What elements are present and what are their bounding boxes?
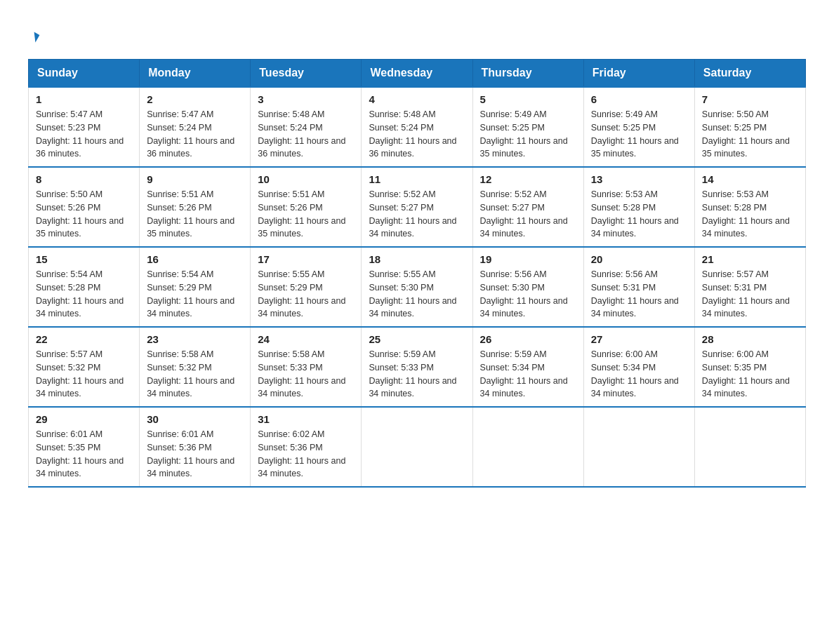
sunset-label: Sunset: 5:33 PM bbox=[258, 363, 322, 373]
daylight-label: Daylight: 11 hours and 34 minutes. bbox=[258, 456, 345, 479]
sunset-label: Sunset: 5:25 PM bbox=[480, 123, 545, 133]
column-header-monday: Monday bbox=[140, 60, 251, 88]
day-info: Sunrise: 6:01 AM Sunset: 5:36 PM Dayligh… bbox=[147, 428, 243, 481]
sunset-label: Sunset: 5:32 PM bbox=[36, 363, 100, 373]
day-number: 18 bbox=[369, 253, 465, 265]
calendar-week-row: 22 Sunrise: 5:57 AM Sunset: 5:32 PM Dayl… bbox=[29, 327, 806, 407]
sunset-label: Sunset: 5:25 PM bbox=[702, 123, 767, 133]
day-number: 6 bbox=[591, 93, 687, 105]
sunrise-label: Sunrise: 5:48 AM bbox=[369, 109, 435, 119]
day-info: Sunrise: 5:57 AM Sunset: 5:32 PM Dayligh… bbox=[36, 348, 132, 401]
day-number: 12 bbox=[480, 173, 576, 185]
day-number: 26 bbox=[480, 333, 576, 345]
daylight-label: Daylight: 11 hours and 36 minutes. bbox=[258, 136, 345, 159]
sunset-label: Sunset: 5:30 PM bbox=[480, 283, 545, 293]
column-header-wednesday: Wednesday bbox=[362, 60, 472, 88]
logo bbox=[28, 21, 38, 45]
calendar-day-cell: 16 Sunrise: 5:54 AM Sunset: 5:29 PM Dayl… bbox=[140, 247, 251, 327]
sunset-label: Sunset: 5:24 PM bbox=[258, 123, 322, 133]
page-header bbox=[28, 21, 806, 45]
calendar-day-cell bbox=[583, 407, 694, 487]
calendar-day-cell bbox=[362, 407, 472, 487]
calendar-day-cell: 20 Sunrise: 5:56 AM Sunset: 5:31 PM Dayl… bbox=[583, 247, 694, 327]
sunrise-label: Sunrise: 5:58 AM bbox=[147, 349, 213, 359]
day-info: Sunrise: 5:49 AM Sunset: 5:25 PM Dayligh… bbox=[480, 108, 576, 161]
daylight-label: Daylight: 11 hours and 34 minutes. bbox=[480, 216, 568, 239]
daylight-label: Daylight: 11 hours and 34 minutes. bbox=[258, 376, 345, 399]
sunset-label: Sunset: 5:31 PM bbox=[591, 283, 656, 293]
day-info: Sunrise: 5:47 AM Sunset: 5:23 PM Dayligh… bbox=[36, 108, 132, 161]
daylight-label: Daylight: 11 hours and 34 minutes. bbox=[702, 376, 790, 399]
daylight-label: Daylight: 11 hours and 34 minutes. bbox=[591, 216, 679, 239]
daylight-label: Daylight: 11 hours and 34 minutes. bbox=[369, 296, 456, 319]
daylight-label: Daylight: 11 hours and 34 minutes. bbox=[702, 296, 790, 319]
day-number: 28 bbox=[702, 333, 798, 345]
sunrise-label: Sunrise: 6:01 AM bbox=[36, 429, 102, 439]
daylight-label: Daylight: 11 hours and 34 minutes. bbox=[480, 376, 568, 399]
sunrise-label: Sunrise: 5:53 AM bbox=[591, 189, 658, 199]
sunrise-label: Sunrise: 5:57 AM bbox=[702, 269, 769, 279]
calendar-day-cell bbox=[472, 407, 583, 487]
daylight-label: Daylight: 11 hours and 34 minutes. bbox=[36, 376, 124, 399]
calendar-day-cell: 9 Sunrise: 5:51 AM Sunset: 5:26 PM Dayli… bbox=[140, 167, 251, 247]
daylight-label: Daylight: 11 hours and 34 minutes. bbox=[258, 296, 345, 319]
day-info: Sunrise: 5:52 AM Sunset: 5:27 PM Dayligh… bbox=[369, 188, 465, 241]
sunrise-label: Sunrise: 5:56 AM bbox=[591, 269, 658, 279]
day-info: Sunrise: 6:01 AM Sunset: 5:35 PM Dayligh… bbox=[36, 428, 132, 481]
calendar-day-cell: 7 Sunrise: 5:50 AM Sunset: 5:25 PM Dayli… bbox=[694, 87, 805, 167]
calendar-day-cell: 12 Sunrise: 5:52 AM Sunset: 5:27 PM Dayl… bbox=[472, 167, 583, 247]
calendar-day-cell: 24 Sunrise: 5:58 AM Sunset: 5:33 PM Dayl… bbox=[251, 327, 362, 407]
day-number: 20 bbox=[591, 253, 687, 265]
day-info: Sunrise: 5:50 AM Sunset: 5:25 PM Dayligh… bbox=[702, 108, 798, 161]
daylight-label: Daylight: 11 hours and 34 minutes. bbox=[147, 296, 234, 319]
day-number: 10 bbox=[258, 173, 354, 185]
day-number: 15 bbox=[36, 253, 132, 265]
day-info: Sunrise: 5:50 AM Sunset: 5:26 PM Dayligh… bbox=[36, 188, 132, 241]
day-number: 14 bbox=[702, 173, 798, 185]
day-info: Sunrise: 5:54 AM Sunset: 5:29 PM Dayligh… bbox=[147, 268, 243, 321]
sunrise-label: Sunrise: 5:59 AM bbox=[369, 349, 435, 359]
day-info: Sunrise: 5:59 AM Sunset: 5:34 PM Dayligh… bbox=[480, 348, 576, 401]
day-info: Sunrise: 5:55 AM Sunset: 5:30 PM Dayligh… bbox=[369, 268, 465, 321]
calendar-day-cell: 11 Sunrise: 5:52 AM Sunset: 5:27 PM Dayl… bbox=[362, 167, 472, 247]
calendar-week-row: 15 Sunrise: 5:54 AM Sunset: 5:28 PM Dayl… bbox=[29, 247, 806, 327]
day-info: Sunrise: 5:54 AM Sunset: 5:28 PM Dayligh… bbox=[36, 268, 132, 321]
day-number: 13 bbox=[591, 173, 687, 185]
day-info: Sunrise: 5:51 AM Sunset: 5:26 PM Dayligh… bbox=[147, 188, 243, 241]
daylight-label: Daylight: 11 hours and 34 minutes. bbox=[36, 456, 124, 479]
calendar-day-cell: 15 Sunrise: 5:54 AM Sunset: 5:28 PM Dayl… bbox=[29, 247, 140, 327]
day-number: 16 bbox=[147, 253, 243, 265]
sunset-label: Sunset: 5:29 PM bbox=[258, 283, 322, 293]
day-number: 5 bbox=[480, 93, 576, 105]
day-info: Sunrise: 5:48 AM Sunset: 5:24 PM Dayligh… bbox=[369, 108, 465, 161]
day-info: Sunrise: 6:02 AM Sunset: 5:36 PM Dayligh… bbox=[258, 428, 354, 481]
daylight-label: Daylight: 11 hours and 34 minutes. bbox=[591, 376, 679, 399]
day-info: Sunrise: 6:00 AM Sunset: 5:35 PM Dayligh… bbox=[702, 348, 798, 401]
sunset-label: Sunset: 5:35 PM bbox=[702, 363, 767, 373]
calendar-day-cell: 27 Sunrise: 6:00 AM Sunset: 5:34 PM Dayl… bbox=[583, 327, 694, 407]
logo-arrow-icon bbox=[30, 32, 40, 42]
calendar-day-cell: 19 Sunrise: 5:56 AM Sunset: 5:30 PM Dayl… bbox=[472, 247, 583, 327]
daylight-label: Daylight: 11 hours and 35 minutes. bbox=[36, 216, 124, 239]
daylight-label: Daylight: 11 hours and 36 minutes. bbox=[36, 136, 124, 159]
daylight-label: Daylight: 11 hours and 34 minutes. bbox=[36, 296, 124, 319]
daylight-label: Daylight: 11 hours and 34 minutes. bbox=[480, 296, 568, 319]
sunrise-label: Sunrise: 5:56 AM bbox=[480, 269, 547, 279]
day-number: 23 bbox=[147, 333, 243, 345]
calendar-day-cell: 8 Sunrise: 5:50 AM Sunset: 5:26 PM Dayli… bbox=[29, 167, 140, 247]
sunset-label: Sunset: 5:27 PM bbox=[480, 203, 545, 213]
day-info: Sunrise: 5:59 AM Sunset: 5:33 PM Dayligh… bbox=[369, 348, 465, 401]
day-number: 8 bbox=[36, 173, 132, 185]
day-info: Sunrise: 6:00 AM Sunset: 5:34 PM Dayligh… bbox=[591, 348, 687, 401]
sunset-label: Sunset: 5:24 PM bbox=[147, 123, 211, 133]
daylight-label: Daylight: 11 hours and 34 minutes. bbox=[147, 456, 234, 479]
daylight-label: Daylight: 11 hours and 36 minutes. bbox=[369, 136, 456, 159]
calendar-day-cell: 14 Sunrise: 5:53 AM Sunset: 5:28 PM Dayl… bbox=[694, 167, 805, 247]
sunset-label: Sunset: 5:28 PM bbox=[702, 203, 767, 213]
calendar-table: SundayMondayTuesdayWednesdayThursdayFrid… bbox=[28, 59, 806, 488]
calendar-day-cell: 23 Sunrise: 5:58 AM Sunset: 5:32 PM Dayl… bbox=[140, 327, 251, 407]
day-info: Sunrise: 5:52 AM Sunset: 5:27 PM Dayligh… bbox=[480, 188, 576, 241]
calendar-header-row: SundayMondayTuesdayWednesdayThursdayFrid… bbox=[29, 60, 806, 88]
day-number: 17 bbox=[258, 253, 354, 265]
logo-general-text bbox=[28, 21, 38, 45]
